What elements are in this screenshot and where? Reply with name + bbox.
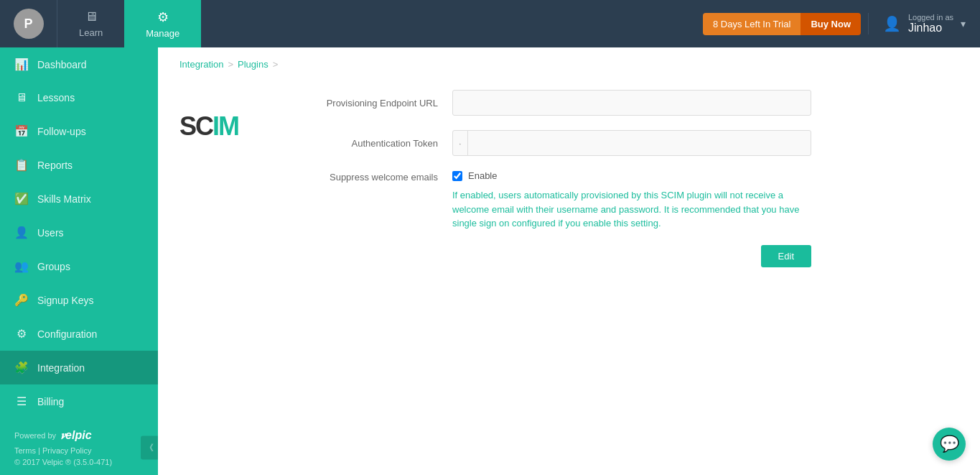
logo-letter: P — [24, 17, 32, 32]
sidebar-links: Terms | Privacy Policy — [14, 446, 144, 455]
scim-logo: SCIM — [179, 90, 266, 142]
nav-learn[interactable]: 🖥 Learn — [57, 0, 124, 47]
chevron-down-icon: ▾ — [961, 18, 966, 29]
users-icon: 👤 — [14, 226, 29, 239]
content-area: Integration > Plugins > SCIM Provisionin… — [158, 47, 980, 475]
token-input-wrap: · — [452, 130, 811, 156]
enable-label: Enable — [468, 170, 497, 181]
enable-checkbox[interactable] — [452, 171, 462, 181]
sidebar-item-billing-label: Billing — [37, 396, 64, 407]
logo-circle: P — [14, 9, 44, 39]
scim-sc: SC — [179, 111, 213, 141]
sidebar: 📊 Dashboard 🖥 Lessons 📅 Follow-ups 📋 Rep… — [0, 47, 158, 475]
sidebar-collapse-button[interactable]: 《 — [141, 436, 158, 460]
sidebar-item-skills-matrix[interactable]: ✅ Skills Matrix — [0, 182, 158, 216]
breadcrumb: Integration > Plugins > — [158, 47, 980, 75]
sidebar-item-signup-keys-label: Signup Keys — [37, 295, 94, 306]
groups-icon: 👥 — [14, 259, 29, 273]
sidebar-item-users[interactable]: 👤 Users — [0, 216, 158, 249]
nav-manage[interactable]: ⚙ Manage — [124, 0, 201, 47]
edit-button[interactable]: Edit — [761, 245, 811, 267]
main-layout: 📊 Dashboard 🖥 Lessons 📅 Follow-ups 📋 Rep… — [0, 47, 980, 475]
sidebar-item-reports-label: Reports — [37, 160, 73, 171]
suppress-label: Suppress welcome emails — [309, 170, 438, 183]
sidebar-item-configuration[interactable]: ⚙ Configuration — [0, 317, 158, 351]
sidebar-item-follow-ups-label: Follow-ups — [37, 126, 86, 137]
enable-row: Enable — [452, 170, 811, 181]
endpoint-label: Provisioning Endpoint URL — [309, 98, 438, 109]
skills-matrix-icon: ✅ — [14, 192, 29, 206]
dashboard-icon: 📊 — [14, 57, 29, 71]
token-prefix: · — [453, 131, 468, 155]
buy-now-button[interactable]: Buy Now — [801, 13, 861, 35]
top-nav-items: 🖥 Learn ⚙ Manage — [57, 0, 201, 47]
user-info: Logged in as Jinhao — [908, 13, 953, 34]
user-avatar-icon: 👤 — [883, 15, 901, 32]
sidebar-item-integration-label: Integration — [37, 362, 85, 374]
scim-im: IM — [213, 111, 238, 141]
follow-ups-icon: 📅 — [14, 124, 29, 138]
sidebar-item-integration[interactable]: 🧩 Integration — [0, 351, 158, 384]
sidebar-item-billing[interactable]: ☰ Billing — [0, 384, 158, 418]
lessons-icon: 🖥 — [14, 91, 29, 104]
chat-widget[interactable]: 💬 — [933, 428, 966, 461]
billing-icon: ☰ — [14, 395, 29, 408]
sidebar-item-groups-label: Groups — [37, 261, 70, 272]
token-input[interactable] — [468, 138, 811, 149]
endpoint-row: Provisioning Endpoint URL — [309, 90, 811, 116]
sidebar-bottom: Powered by 𝒗elpic Terms | Privacy Policy… — [0, 418, 158, 475]
sidebar-item-dashboard-label: Dashboard — [37, 59, 87, 70]
sidebar-item-users-label: Users — [37, 227, 64, 239]
breadcrumb-sep-1: > — [228, 59, 233, 70]
sidebar-item-configuration-label: Configuration — [37, 328, 97, 340]
sidebar-item-signup-keys[interactable]: 🔑 Signup Keys — [0, 283, 158, 317]
breadcrumb-integration[interactable]: Integration — [179, 59, 223, 70]
suppress-emails-row: Suppress welcome emails Enable If enable… — [309, 170, 811, 231]
sidebar-item-groups[interactable]: 👥 Groups — [0, 249, 158, 283]
sidebar-item-lessons[interactable]: 🖥 Lessons — [0, 81, 158, 114]
token-label: Authentication Token — [309, 138, 438, 149]
username-label: Jinhao — [908, 22, 953, 34]
top-navigation: P 🖥 Learn ⚙ Manage 8 Days Left In Trial … — [0, 0, 980, 47]
edit-button-row: Edit — [309, 245, 811, 267]
app-logo[interactable]: P — [0, 0, 57, 47]
monitor-icon: 🖥 — [85, 9, 98, 24]
privacy-policy-link[interactable]: Privacy Policy — [42, 446, 91, 455]
plugin-header: SCIM Provisioning Endpoint URL Authentic… — [179, 90, 958, 267]
powered-by-text: Powered by — [14, 431, 56, 440]
trial-text: 8 Days Left In Trial — [703, 13, 801, 35]
trial-badge: 8 Days Left In Trial Buy Now — [703, 13, 861, 35]
endpoint-input[interactable] — [452, 90, 811, 116]
nav-manage-label: Manage — [146, 28, 179, 39]
logged-in-as-label: Logged in as — [908, 13, 953, 22]
plugin-form: Provisioning Endpoint URL Authentication… — [309, 90, 811, 267]
chat-icon: 💬 — [940, 435, 959, 453]
sidebar-item-lessons-label: Lessons — [37, 92, 75, 103]
sidebar-item-reports[interactable]: 📋 Reports — [0, 148, 158, 182]
nav-learn-label: Learn — [79, 27, 103, 38]
reports-icon: 📋 — [14, 158, 29, 172]
sidebar-version: © 2017 Velpic ® (3.5.0-471) — [14, 458, 144, 466]
breadcrumb-sep-2: > — [273, 59, 279, 70]
user-section[interactable]: 👤 Logged in as Jinhao ▾ — [868, 13, 980, 34]
sidebar-item-dashboard[interactable]: 📊 Dashboard — [0, 47, 158, 81]
velpic-logo: 𝒗elpic — [60, 429, 91, 442]
signup-keys-icon: 🔑 — [14, 293, 29, 307]
plugin-content: SCIM Provisioning Endpoint URL Authentic… — [158, 75, 980, 310]
checkbox-content: Enable If enabled, users automatically p… — [452, 170, 811, 231]
breadcrumb-plugins[interactable]: Plugins — [238, 59, 269, 70]
integration-icon: 🧩 — [14, 361, 29, 374]
info-text-content: If enabled, users automatically provisio… — [452, 190, 799, 229]
top-nav-right: 8 Days Left In Trial Buy Now 👤 Logged in… — [703, 0, 980, 47]
sidebar-item-skills-label: Skills Matrix — [37, 193, 91, 205]
sidebar-item-follow-ups[interactable]: 📅 Follow-ups — [0, 114, 158, 148]
gear-icon: ⚙ — [157, 9, 169, 25]
token-row: Authentication Token · — [309, 130, 811, 156]
terms-link[interactable]: Terms — [14, 446, 36, 455]
info-text: If enabled, users automatically provisio… — [452, 188, 811, 231]
configuration-icon: ⚙ — [14, 327, 29, 341]
powered-by: Powered by 𝒗elpic — [14, 429, 144, 442]
